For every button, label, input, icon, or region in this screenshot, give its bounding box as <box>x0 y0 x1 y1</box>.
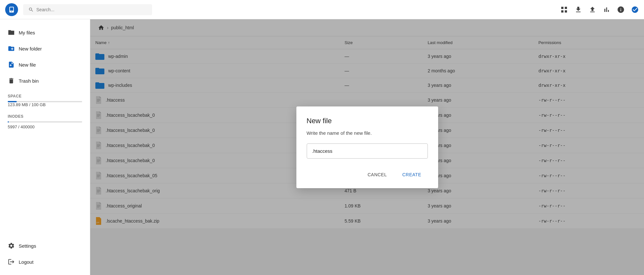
dialog-description: Write the name of the new file. <box>307 130 428 136</box>
inodes-bar-fill <box>8 121 9 123</box>
space-usage-text: 123.89 MB / 100 GB <box>8 102 82 107</box>
trash-icon <box>8 77 15 84</box>
sidebar-item-logout[interactable]: Logout <box>0 254 90 270</box>
sidebar-item-trash-bin[interactable]: Trash bin <box>0 73 90 89</box>
verified-icon[interactable] <box>631 6 639 14</box>
sidebar-item-my-files[interactable]: My files <box>0 24 90 41</box>
dialog-title: New file <box>307 117 428 125</box>
download-icon[interactable] <box>574 6 582 14</box>
cancel-button[interactable]: CANCEL <box>361 169 393 180</box>
space-usage-container: 123.89 MB / 100 GB <box>0 100 90 114</box>
logout-icon <box>8 258 15 265</box>
logout-label: Logout <box>19 259 34 265</box>
topbar-actions <box>560 6 639 14</box>
search-icon <box>28 7 34 13</box>
inodes-usage-text: 5997 / 400000 <box>8 124 82 129</box>
settings-label: Settings <box>19 243 36 249</box>
app-logo <box>5 3 18 16</box>
info-icon[interactable] <box>617 6 625 14</box>
main-layout: My files New folder New file Trash bin S… <box>0 19 644 275</box>
settings-icon <box>8 242 15 249</box>
inodes-section: Inodes 5997 / 400000 <box>0 114 90 134</box>
grid-view-icon[interactable] <box>560 6 568 14</box>
search-input[interactable] <box>36 7 147 12</box>
chart-icon[interactable] <box>603 6 610 14</box>
new-file-label: New file <box>19 62 36 68</box>
trash-bin-label: Trash bin <box>19 78 39 84</box>
sidebar: My files New folder New file Trash bin S… <box>0 19 90 275</box>
sidebar-bottom: Settings Logout <box>0 238 90 270</box>
sidebar-item-new-file[interactable]: New file <box>0 57 90 73</box>
folder-icon <box>8 29 15 36</box>
sidebar-item-new-folder[interactable]: New folder <box>0 41 90 57</box>
my-files-label: My files <box>19 30 35 35</box>
inodes-bar <box>8 121 82 123</box>
new-file-input[interactable] <box>307 143 428 159</box>
search-bar[interactable] <box>23 4 152 15</box>
new-file-dialog: New file Write the name of the new file.… <box>296 106 438 188</box>
create-button[interactable]: CREATE <box>396 169 428 180</box>
inodes-title: Inodes <box>8 114 82 119</box>
new-folder-label: New folder <box>19 46 42 51</box>
logo-icon <box>8 6 15 14</box>
new-file-icon <box>8 61 15 68</box>
new-folder-icon <box>8 45 15 52</box>
sidebar-item-settings[interactable]: Settings <box>0 238 90 254</box>
space-section-title: Space <box>0 89 90 100</box>
content-area: › public_html Name ↑ Size Last modified <box>90 19 644 275</box>
modal-overlay: New file Write the name of the new file.… <box>90 19 644 275</box>
topbar <box>0 0 644 19</box>
upload-icon[interactable] <box>589 6 596 14</box>
dialog-actions: CANCEL CREATE <box>307 169 428 180</box>
